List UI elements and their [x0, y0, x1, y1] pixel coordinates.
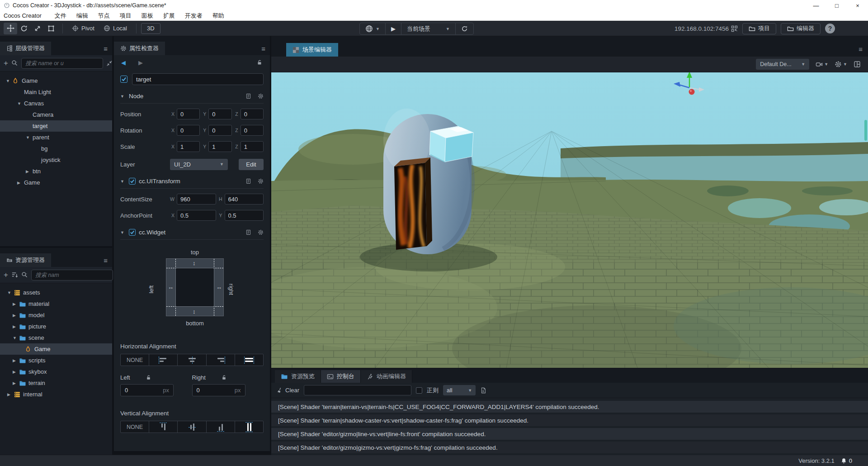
assets-node-skybox[interactable]: ▶skybox	[0, 366, 112, 377]
open-project-button[interactable]: 项目	[742, 23, 776, 34]
add-asset-button[interactable]: +	[4, 271, 8, 280]
h-align-option-align-center[interactable]	[178, 354, 206, 366]
preview-platform-dropdown[interactable]: ▼	[360, 23, 386, 34]
right-offset-field[interactable]: 0 px	[192, 384, 245, 396]
expand-arrow-icon[interactable]: ▶	[13, 324, 19, 329]
rotation-z-input[interactable]	[241, 125, 264, 136]
widget-section-header[interactable]: ▼ cc.Widget	[120, 229, 264, 240]
expand-arrow-icon[interactable]: ▼	[6, 79, 12, 83]
expand-arrow-icon[interactable]: ▼	[17, 101, 24, 106]
assets-node-scene[interactable]: ▼scene	[0, 332, 112, 343]
node-name-input[interactable]	[132, 73, 264, 85]
play-button[interactable]: ▶	[386, 23, 401, 34]
hierarchy-node-joystick[interactable]: joystick	[0, 154, 112, 166]
regex-checkbox[interactable]	[416, 387, 422, 394]
assets-node-material[interactable]: ▶material	[0, 298, 112, 309]
anchorpoint-x-input[interactable]	[177, 210, 216, 221]
uitransform-section-header[interactable]: ▼ cc.UITransform	[120, 178, 264, 189]
assets-search-input[interactable]	[31, 270, 113, 281]
gear-icon[interactable]	[258, 178, 264, 184]
gear-icon[interactable]	[258, 93, 264, 99]
scene-gizmo-settings-button[interactable]: ▼	[835, 61, 847, 68]
console-tab-动画编辑器[interactable]: 动画编辑器	[361, 370, 412, 383]
doc-help-icon[interactable]	[245, 178, 251, 184]
hierarchy-node-Camera[interactable]: Camera	[0, 109, 112, 120]
node-enabled-checkbox[interactable]	[120, 76, 127, 83]
assets-node-model[interactable]: ▶model	[0, 309, 112, 321]
menu-item-扩展[interactable]: 扩展	[158, 11, 180, 21]
close-button[interactable]: ×	[847, 0, 868, 11]
expand-arrow-icon[interactable]: ▶	[7, 392, 14, 397]
assets-node-Game[interactable]: Game	[0, 343, 112, 355]
hierarchy-node-bg[interactable]: bg	[0, 143, 112, 154]
nav-back-icon[interactable]: ◀	[121, 59, 126, 66]
hierarchy-tab[interactable]: 层级管理器	[0, 42, 51, 55]
expand-arrow-icon[interactable]: ▶	[26, 169, 32, 174]
search-filter-button[interactable]	[11, 60, 18, 67]
expand-arrow-icon[interactable]: ▶	[13, 370, 19, 374]
log-level-dropdown[interactable]: all ▼	[443, 385, 476, 395]
console-tab-控制台[interactable]: 控制台	[321, 370, 361, 383]
hierarchy-node-Canvas[interactable]: ▼Canvas	[0, 98, 112, 109]
layout-split-button[interactable]	[854, 61, 861, 68]
log-file-icon[interactable]	[480, 387, 486, 394]
hierarchy-node-Main Light[interactable]: Main Light	[0, 86, 112, 98]
nav-forward-icon[interactable]: ▶	[138, 59, 143, 66]
log-row[interactable]: [Scene] Shader 'terrain|terrain-vs|terra…	[271, 401, 868, 413]
open-editor-button[interactable]: 编辑器	[781, 23, 821, 34]
node-section-header[interactable]: ▼ Node	[120, 93, 264, 104]
h-align-option-align-right[interactable]	[207, 354, 235, 366]
help-button[interactable]: ?	[825, 24, 835, 33]
doc-help-icon[interactable]	[245, 93, 251, 99]
rotation-x-input[interactable]	[177, 125, 200, 136]
scale-y-input[interactable]	[208, 141, 231, 152]
position-x-input[interactable]	[177, 109, 200, 119]
profile-dropdown[interactable]: Default De... ▼	[756, 59, 809, 70]
add-node-button[interactable]: +	[4, 59, 8, 68]
assets-node-internal[interactable]: ▶internal	[0, 389, 112, 400]
unlock-icon[interactable]	[221, 375, 227, 380]
v-align-option-align-stretch-v[interactable]	[235, 421, 263, 433]
collapse-all-icon[interactable]	[106, 60, 113, 67]
position-y-input[interactable]	[208, 109, 231, 119]
console-search-input[interactable]	[304, 385, 411, 395]
scene-editor-tab[interactable]: 场景编辑器	[286, 43, 338, 57]
expand-arrow-icon[interactable]: ▼	[13, 336, 19, 340]
move-tool-button[interactable]	[4, 23, 17, 34]
expand-arrow-icon[interactable]: ▶	[13, 313, 19, 318]
layer-edit-button[interactable]: Edit	[239, 159, 264, 170]
console-tab-资源预览[interactable]: 资源预览	[275, 370, 321, 383]
menu-item-帮助[interactable]: 帮助	[208, 11, 229, 21]
rotation-y-input[interactable]	[208, 125, 231, 136]
expand-arrow-icon[interactable]: ▶	[13, 302, 19, 306]
menu-item-Cocos Creator[interactable]: Cocos Creator	[4, 11, 50, 21]
unlock-icon[interactable]	[146, 375, 151, 380]
menu-item-文件[interactable]: 文件	[50, 11, 71, 21]
h-align-option-align-stretch[interactable]	[235, 354, 263, 366]
panel-menu-icon[interactable]: ≡	[104, 257, 108, 264]
assets-node-picture[interactable]: ▶picture	[0, 321, 112, 332]
pivot-button[interactable]: Pivot	[67, 23, 99, 34]
local-button[interactable]: Local	[99, 23, 132, 34]
menu-item-开发者[interactable]: 开发者	[180, 11, 208, 21]
expand-arrow-icon[interactable]: ▶	[17, 181, 24, 185]
scale-x-input[interactable]	[177, 141, 200, 152]
log-row[interactable]: [Scene] Shader 'terrain|shadow-caster-vs…	[271, 414, 868, 426]
contentsize-h-input[interactable]	[225, 194, 264, 204]
widget-enabled-checkbox[interactable]	[129, 229, 136, 236]
search-filter-button[interactable]	[21, 271, 28, 278]
assets-tab[interactable]: 资源管理器	[0, 253, 51, 267]
expand-arrow-icon[interactable]: ▶	[13, 358, 19, 363]
inspector-tab[interactable]: 属性检查器	[114, 42, 165, 55]
expand-arrow-icon[interactable]: ▶	[13, 381, 19, 385]
viewport-scrollbar[interactable]	[864, 120, 867, 141]
h-align-option-align-left[interactable]	[149, 354, 178, 366]
maximize-button[interactable]: □	[826, 0, 847, 11]
assets-node-scripts[interactable]: ▶scripts	[0, 355, 112, 366]
qr-code-icon[interactable]	[731, 25, 738, 32]
assets-node-assets[interactable]: ▼assets	[0, 287, 112, 298]
scene-viewport[interactable]	[271, 72, 868, 368]
hierarchy-search-input[interactable]	[21, 58, 103, 69]
gear-icon[interactable]	[258, 229, 264, 235]
scale-tool-button[interactable]	[31, 23, 44, 34]
